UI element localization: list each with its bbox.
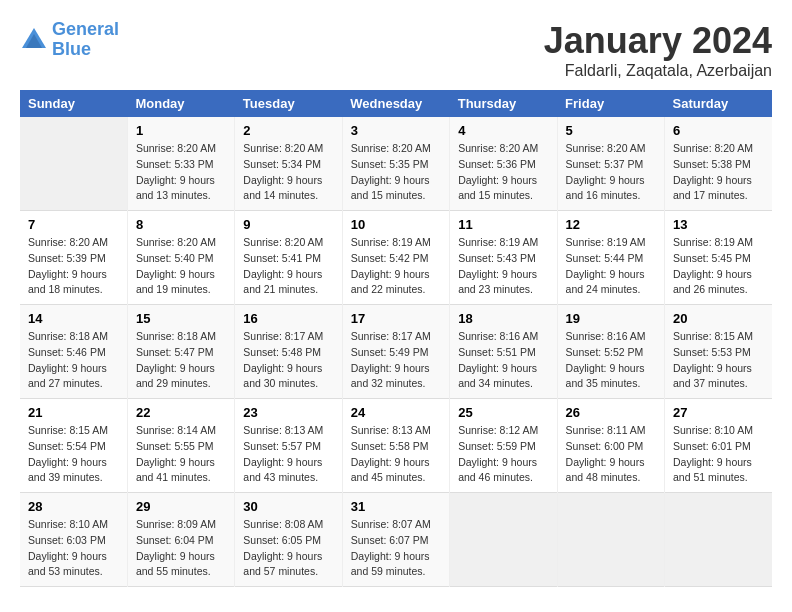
- cell-0-5: 5Sunrise: 8:20 AMSunset: 5:37 PMDaylight…: [557, 117, 664, 211]
- cell-2-6: 20Sunrise: 8:15 AMSunset: 5:53 PMDayligh…: [665, 305, 772, 399]
- header-wednesday: Wednesday: [342, 90, 449, 117]
- day-info: Sunrise: 8:12 AMSunset: 5:59 PMDaylight:…: [458, 423, 548, 486]
- cell-4-5: [557, 493, 664, 587]
- cell-4-0: 28Sunrise: 8:10 AMSunset: 6:03 PMDayligh…: [20, 493, 127, 587]
- day-number: 24: [351, 405, 441, 420]
- main-title: January 2024: [544, 20, 772, 62]
- header-monday: Monday: [127, 90, 234, 117]
- day-info: Sunrise: 8:20 AMSunset: 5:41 PMDaylight:…: [243, 235, 333, 298]
- day-info: Sunrise: 8:20 AMSunset: 5:33 PMDaylight:…: [136, 141, 226, 204]
- logo-icon: [20, 26, 48, 54]
- day-number: 28: [28, 499, 119, 514]
- week-row-3: 21Sunrise: 8:15 AMSunset: 5:54 PMDayligh…: [20, 399, 772, 493]
- day-number: 22: [136, 405, 226, 420]
- header: General Blue January 2024 Faldarli, Zaqa…: [20, 20, 772, 80]
- subtitle: Faldarli, Zaqatala, Azerbaijan: [544, 62, 772, 80]
- day-info: Sunrise: 8:19 AMSunset: 5:43 PMDaylight:…: [458, 235, 548, 298]
- day-number: 25: [458, 405, 548, 420]
- cell-3-2: 23Sunrise: 8:13 AMSunset: 5:57 PMDayligh…: [235, 399, 342, 493]
- cell-0-4: 4Sunrise: 8:20 AMSunset: 5:36 PMDaylight…: [450, 117, 557, 211]
- day-number: 5: [566, 123, 656, 138]
- day-number: 21: [28, 405, 119, 420]
- day-number: 2: [243, 123, 333, 138]
- day-number: 26: [566, 405, 656, 420]
- day-info: Sunrise: 8:19 AMSunset: 5:42 PMDaylight:…: [351, 235, 441, 298]
- day-info: Sunrise: 8:20 AMSunset: 5:34 PMDaylight:…: [243, 141, 333, 204]
- logo-line1: General: [52, 19, 119, 39]
- cell-0-0: [20, 117, 127, 211]
- day-info: Sunrise: 8:10 AMSunset: 6:03 PMDaylight:…: [28, 517, 119, 580]
- day-info: Sunrise: 8:20 AMSunset: 5:36 PMDaylight:…: [458, 141, 548, 204]
- day-info: Sunrise: 8:20 AMSunset: 5:39 PMDaylight:…: [28, 235, 119, 298]
- day-info: Sunrise: 8:15 AMSunset: 5:54 PMDaylight:…: [28, 423, 119, 486]
- cell-0-2: 2Sunrise: 8:20 AMSunset: 5:34 PMDaylight…: [235, 117, 342, 211]
- logo-text: General Blue: [52, 20, 119, 60]
- cell-2-4: 18Sunrise: 8:16 AMSunset: 5:51 PMDayligh…: [450, 305, 557, 399]
- cell-2-0: 14Sunrise: 8:18 AMSunset: 5:46 PMDayligh…: [20, 305, 127, 399]
- day-number: 7: [28, 217, 119, 232]
- cell-4-6: [665, 493, 772, 587]
- day-info: Sunrise: 8:18 AMSunset: 5:46 PMDaylight:…: [28, 329, 119, 392]
- cell-2-2: 16Sunrise: 8:17 AMSunset: 5:48 PMDayligh…: [235, 305, 342, 399]
- header-sunday: Sunday: [20, 90, 127, 117]
- day-number: 30: [243, 499, 333, 514]
- day-number: 17: [351, 311, 441, 326]
- header-saturday: Saturday: [665, 90, 772, 117]
- header-thursday: Thursday: [450, 90, 557, 117]
- day-number: 1: [136, 123, 226, 138]
- day-info: Sunrise: 8:13 AMSunset: 5:58 PMDaylight:…: [351, 423, 441, 486]
- cell-4-4: [450, 493, 557, 587]
- day-info: Sunrise: 8:20 AMSunset: 5:40 PMDaylight:…: [136, 235, 226, 298]
- day-number: 23: [243, 405, 333, 420]
- header-tuesday: Tuesday: [235, 90, 342, 117]
- week-row-1: 7Sunrise: 8:20 AMSunset: 5:39 PMDaylight…: [20, 211, 772, 305]
- cell-4-1: 29Sunrise: 8:09 AMSunset: 6:04 PMDayligh…: [127, 493, 234, 587]
- day-info: Sunrise: 8:17 AMSunset: 5:49 PMDaylight:…: [351, 329, 441, 392]
- day-number: 29: [136, 499, 226, 514]
- day-number: 9: [243, 217, 333, 232]
- cell-1-6: 13Sunrise: 8:19 AMSunset: 5:45 PMDayligh…: [665, 211, 772, 305]
- day-number: 15: [136, 311, 226, 326]
- day-number: 4: [458, 123, 548, 138]
- day-info: Sunrise: 8:10 AMSunset: 6:01 PMDaylight:…: [673, 423, 764, 486]
- day-number: 31: [351, 499, 441, 514]
- title-area: January 2024 Faldarli, Zaqatala, Azerbai…: [544, 20, 772, 80]
- day-info: Sunrise: 8:20 AMSunset: 5:38 PMDaylight:…: [673, 141, 764, 204]
- day-number: 11: [458, 217, 548, 232]
- day-number: 10: [351, 217, 441, 232]
- cell-1-4: 11Sunrise: 8:19 AMSunset: 5:43 PMDayligh…: [450, 211, 557, 305]
- cell-2-5: 19Sunrise: 8:16 AMSunset: 5:52 PMDayligh…: [557, 305, 664, 399]
- cell-2-3: 17Sunrise: 8:17 AMSunset: 5:49 PMDayligh…: [342, 305, 449, 399]
- cell-0-3: 3Sunrise: 8:20 AMSunset: 5:35 PMDaylight…: [342, 117, 449, 211]
- cell-3-6: 27Sunrise: 8:10 AMSunset: 6:01 PMDayligh…: [665, 399, 772, 493]
- calendar-table: SundayMondayTuesdayWednesdayThursdayFrid…: [20, 90, 772, 587]
- cell-1-5: 12Sunrise: 8:19 AMSunset: 5:44 PMDayligh…: [557, 211, 664, 305]
- week-row-0: 1Sunrise: 8:20 AMSunset: 5:33 PMDaylight…: [20, 117, 772, 211]
- day-number: 14: [28, 311, 119, 326]
- day-number: 27: [673, 405, 764, 420]
- day-info: Sunrise: 8:18 AMSunset: 5:47 PMDaylight:…: [136, 329, 226, 392]
- cell-1-2: 9Sunrise: 8:20 AMSunset: 5:41 PMDaylight…: [235, 211, 342, 305]
- cell-4-3: 31Sunrise: 8:07 AMSunset: 6:07 PMDayligh…: [342, 493, 449, 587]
- logo-line2: Blue: [52, 39, 91, 59]
- header-friday: Friday: [557, 90, 664, 117]
- day-info: Sunrise: 8:16 AMSunset: 5:52 PMDaylight:…: [566, 329, 656, 392]
- day-number: 16: [243, 311, 333, 326]
- cell-3-3: 24Sunrise: 8:13 AMSunset: 5:58 PMDayligh…: [342, 399, 449, 493]
- day-info: Sunrise: 8:20 AMSunset: 5:37 PMDaylight:…: [566, 141, 656, 204]
- day-info: Sunrise: 8:11 AMSunset: 6:00 PMDaylight:…: [566, 423, 656, 486]
- day-info: Sunrise: 8:14 AMSunset: 5:55 PMDaylight:…: [136, 423, 226, 486]
- cell-0-6: 6Sunrise: 8:20 AMSunset: 5:38 PMDaylight…: [665, 117, 772, 211]
- cell-3-5: 26Sunrise: 8:11 AMSunset: 6:00 PMDayligh…: [557, 399, 664, 493]
- week-row-4: 28Sunrise: 8:10 AMSunset: 6:03 PMDayligh…: [20, 493, 772, 587]
- day-info: Sunrise: 8:16 AMSunset: 5:51 PMDaylight:…: [458, 329, 548, 392]
- day-number: 12: [566, 217, 656, 232]
- logo: General Blue: [20, 20, 119, 60]
- cell-1-3: 10Sunrise: 8:19 AMSunset: 5:42 PMDayligh…: [342, 211, 449, 305]
- day-info: Sunrise: 8:15 AMSunset: 5:53 PMDaylight:…: [673, 329, 764, 392]
- week-row-2: 14Sunrise: 8:18 AMSunset: 5:46 PMDayligh…: [20, 305, 772, 399]
- day-number: 18: [458, 311, 548, 326]
- day-info: Sunrise: 8:20 AMSunset: 5:35 PMDaylight:…: [351, 141, 441, 204]
- header-row: SundayMondayTuesdayWednesdayThursdayFrid…: [20, 90, 772, 117]
- day-number: 20: [673, 311, 764, 326]
